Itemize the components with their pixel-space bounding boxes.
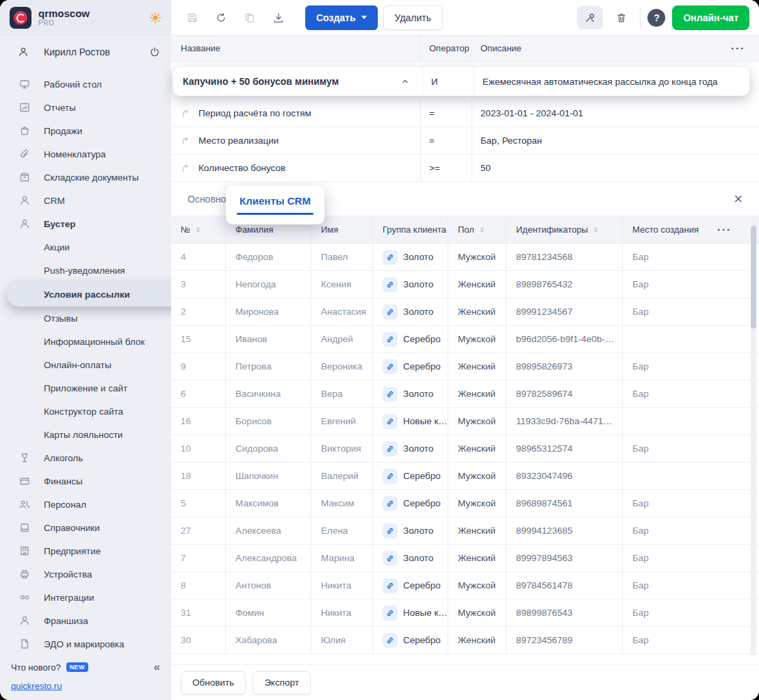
- scrollbar-track[interactable]: [751, 218, 756, 656]
- tab-main[interactable]: Основное: [188, 194, 231, 205]
- whats-new-label[interactable]: Что нового?: [11, 662, 61, 673]
- sidebar-item[interactable]: Предприятие: [0, 539, 171, 562]
- link-icon[interactable]: [383, 606, 398, 621]
- client-place: Бар: [623, 244, 759, 270]
- refresh-icon[interactable]: [209, 6, 233, 29]
- condition-row[interactable]: Период расчёта по гостям = 2023-01-01 - …: [171, 100, 759, 127]
- table-row[interactable]: 3 Непогода Ксения Золото Женский 8989876…: [171, 271, 759, 298]
- tools-icon[interactable]: [577, 6, 603, 29]
- close-icon[interactable]: ×: [728, 189, 748, 209]
- user-row[interactable]: Кирилл Ростов: [0, 36, 171, 68]
- sort-icon[interactable]: [478, 226, 486, 233]
- sidebar-item[interactable]: Отзывы: [0, 307, 171, 330]
- refresh-button[interactable]: Обновить: [181, 671, 246, 695]
- link-icon[interactable]: [383, 523, 398, 539]
- table-row[interactable]: 10 Сидорова Виктория Золото Женский 9896…: [171, 435, 759, 463]
- conditions-header-description-label[interactable]: Описание: [480, 43, 522, 53]
- sidebar-item[interactable]: CRM: [0, 189, 171, 212]
- table-row[interactable]: 5 Максимов Максим Серебро Мужской 896898…: [171, 490, 759, 517]
- link-icon[interactable]: [383, 496, 398, 511]
- sidebar-item[interactable]: Устройства: [0, 562, 171, 586]
- header-num[interactable]: №: [171, 216, 226, 243]
- table-row[interactable]: 15 Иванов Андрей Серебро Мужской b96d205…: [171, 326, 759, 353]
- link-icon[interactable]: [383, 304, 398, 320]
- sidebar-item[interactable]: Информационный блок: [0, 330, 171, 353]
- campaign-operator[interactable]: И: [423, 67, 474, 96]
- link-icon[interactable]: [383, 250, 398, 265]
- collapse-chevron-up-icon[interactable]: [400, 77, 410, 86]
- more-icon[interactable]: ···: [731, 42, 745, 54]
- conditions-header-name[interactable]: Название: [171, 36, 421, 61]
- sort-icon[interactable]: [194, 226, 202, 233]
- link-icon[interactable]: [383, 277, 398, 292]
- sidebar-item[interactable]: Акции: [0, 235, 171, 259]
- link-icon[interactable]: [383, 332, 398, 347]
- table-row[interactable]: 6 Васичкина Вера Золото Женский 89782589…: [171, 380, 759, 408]
- sidebar-item[interactable]: Интеграции: [0, 586, 171, 609]
- table-row[interactable]: 16 Борисов Евгений Новые к… Мужской 1193…: [171, 408, 759, 435]
- table-row[interactable]: 9 Петрова Вероника Серебро Женский 89895…: [171, 353, 759, 380]
- sidebar-item[interactable]: ЭДО и маркировка: [0, 632, 171, 655]
- client-lastname: Алексеева: [226, 517, 311, 544]
- table-row[interactable]: 8 Антонов Никита Серебро Мужской 8978456…: [171, 572, 759, 599]
- sidebar-item[interactable]: Рабочий стол: [0, 73, 171, 96]
- table-row[interactable]: 7 Александрова Марина Золото Женский 899…: [171, 545, 759, 572]
- sidebar-item[interactable]: Карты лояльности: [0, 423, 171, 446]
- header-identifiers[interactable]: Идентификаторы: [506, 216, 623, 243]
- sidebar-item[interactable]: Номенклатура: [0, 142, 171, 166]
- sidebar-item[interactable]: Бустер: [0, 212, 171, 235]
- save-icon[interactable]: [181, 6, 204, 29]
- condition-row[interactable]: Количество бонусов >= 50: [171, 155, 759, 182]
- copy-icon[interactable]: [238, 6, 261, 29]
- trash-icon[interactable]: [610, 6, 633, 29]
- header-place[interactable]: Место создания ···: [623, 216, 759, 243]
- download-icon[interactable]: [267, 6, 290, 29]
- sidebar-item[interactable]: Франшиза: [0, 609, 171, 632]
- link-icon[interactable]: [383, 387, 398, 402]
- table-row[interactable]: 18 Шапочкин Валерий Серебро Мужской 8932…: [171, 463, 759, 490]
- table-row[interactable]: 30 Хабарова Юлия Серебро Женский 8972345…: [171, 627, 759, 654]
- sidebar-item[interactable]: Продажи: [0, 119, 171, 142]
- help-button[interactable]: ?: [647, 9, 665, 27]
- sidebar-collapse-icon[interactable]: «: [154, 660, 160, 674]
- link-icon[interactable]: [383, 441, 398, 456]
- create-button[interactable]: Создать: [305, 5, 378, 30]
- theme-toggle-sun-icon[interactable]: [149, 12, 162, 24]
- sidebar-item[interactable]: Алкоголь: [0, 446, 171, 469]
- scrollbar-thumb[interactable]: [751, 226, 756, 328]
- export-button[interactable]: Экспорт: [253, 671, 311, 695]
- link-icon[interactable]: [383, 578, 398, 593]
- more-icon[interactable]: ···: [717, 224, 732, 235]
- sidebar-item[interactable]: Конструктор сайта: [0, 400, 171, 423]
- sidebar-item[interactable]: Персонал: [0, 493, 171, 516]
- sidebar-item[interactable]: Онлайн-оплаты: [0, 353, 171, 376]
- table-row[interactable]: 27 Алексеева Елена Золото Женский 899941…: [171, 517, 759, 545]
- link-icon[interactable]: [383, 414, 398, 429]
- link-icon[interactable]: [383, 469, 398, 484]
- link-icon[interactable]: [383, 551, 398, 566]
- header-sex[interactable]: Пол: [448, 216, 506, 243]
- table-row[interactable]: 4 Федоров Павел Золото Мужской 897812345…: [171, 244, 759, 271]
- online-chat-button[interactable]: Онлайн-чат: [672, 5, 749, 30]
- link-icon[interactable]: [383, 633, 398, 648]
- table-row[interactable]: 31 Фомин Никита Новые к… Мужской 8989987…: [171, 599, 759, 627]
- sidebar-item[interactable]: Справочники: [0, 516, 171, 539]
- client-group-cell: Серебро: [373, 490, 448, 517]
- delete-button[interactable]: Удалить: [383, 5, 443, 30]
- sidebar-item[interactable]: Складские документы: [0, 166, 171, 189]
- sidebar-item[interactable]: Приложение и сайт: [0, 376, 171, 400]
- logout-power-icon[interactable]: [149, 47, 160, 57]
- header-group[interactable]: Группа клиента: [373, 216, 448, 243]
- sidebar-item[interactable]: Финансы: [0, 469, 171, 493]
- campaign-row[interactable]: Капучино + 50 бонусов минимум И Ежемесяч…: [173, 67, 749, 96]
- link-icon[interactable]: [383, 359, 398, 374]
- condition-row[interactable]: Место реализации = Бар, Ресторан: [171, 127, 759, 155]
- sort-icon[interactable]: [592, 226, 600, 233]
- quickresto-link[interactable]: quickresto.ru: [11, 681, 62, 691]
- table-row[interactable]: 2 Миронова Анастасия Золото Женский 8999…: [171, 298, 759, 326]
- sidebar-item[interactable]: Отчеты: [0, 96, 171, 119]
- sidebar-item[interactable]: Условия рассылки: [7, 282, 171, 307]
- sidebar-item[interactable]: Push-уведомления: [0, 259, 171, 282]
- tab-crm-clients[interactable]: Клиенты CRM: [226, 185, 324, 224]
- conditions-header-operator[interactable]: Оператор: [421, 36, 472, 61]
